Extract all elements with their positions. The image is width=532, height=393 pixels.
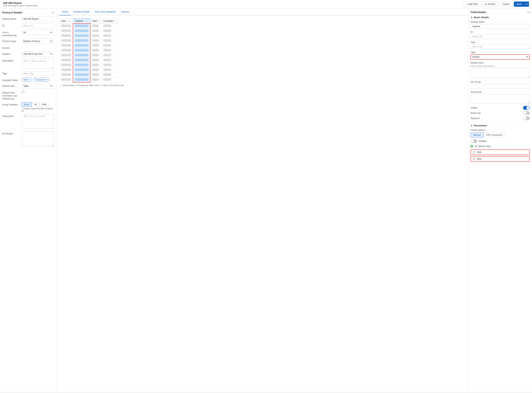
default-view-select[interactable]: Table Transposed [22, 84, 54, 88]
visible-toggle[interactable] [523, 106, 530, 110]
view-tags-container: Table × Transposed × [22, 78, 54, 82]
start-cell [90, 63, 101, 68]
column-header-complete[interactable]: Complete ✏ [101, 19, 117, 24]
rd-default-value-textarea[interactable] [470, 68, 530, 78]
required-toggle[interactable] [523, 116, 530, 120]
ratio-cell-pill [61, 78, 71, 81]
table-row [59, 39, 117, 43]
archive-icon: 🗂 [485, 3, 487, 5]
material-cell [73, 34, 90, 39]
default-view-label: Default View [2, 84, 20, 88]
default-view-overrides-checkbox[interactable] [22, 90, 24, 93]
start-cell-pill [92, 64, 99, 66]
description-group: Description [2, 58, 54, 69]
rd-display-name-input[interactable]: material [470, 24, 530, 29]
tab-flex-view[interactable]: Flex View Designer [93, 8, 119, 15]
protocol-type-select[interactable]: Pipeline Protocol [22, 39, 54, 44]
start-cell [90, 43, 101, 48]
on-render-group: On Render [2, 131, 54, 147]
tabs-bar: Fields Protocol Fields Flex View Designe… [56, 8, 468, 15]
multiple-toggle[interactable] [470, 139, 477, 143]
ratio-cell [59, 34, 73, 39]
start-edit-icon[interactable]: ✏ [98, 20, 100, 22]
pipeline-group: Pipeline 260:280 Purity Test [2, 52, 54, 56]
ratio-cell-pill [61, 39, 71, 42]
parameters-title: Parameters [474, 124, 487, 127]
id-input[interactable] [22, 23, 54, 28]
complete-cell [101, 63, 117, 68]
ratio-col-label: ratio [61, 20, 66, 22]
material-cell-pill [75, 73, 89, 76]
tab-actions[interactable]: Actions [118, 8, 132, 15]
tab-fields[interactable]: Fields [59, 8, 71, 15]
remove-transposed-view-button[interactable]: × [46, 78, 48, 81]
id-group: ID [2, 23, 54, 28]
option-row-rna[interactable]: RNA [470, 156, 530, 162]
tags-group: Tags [2, 71, 54, 76]
collapse-panel-button[interactable]: ◁ [52, 11, 54, 14]
column-header-start[interactable]: Start ✏ [90, 19, 101, 24]
on-render-textarea[interactable] [22, 131, 54, 146]
parameters-toggle[interactable]: ▼ [470, 124, 473, 127]
column-header-ratio[interactable]: ratio ⊹ ✏ [59, 19, 73, 24]
rna-radio[interactable] [473, 158, 475, 160]
column-header-material[interactable]: material ⊹ ✏ [73, 19, 90, 24]
picklist-tab-esp[interactable]: ESP Expression [483, 133, 505, 138]
cancel-button[interactable]: Cancel [500, 1, 512, 7]
pipeline-select[interactable]: 260:280 Purity Test [22, 52, 54, 56]
remove-table-view-button[interactable]: × [29, 78, 30, 81]
complete-cell [101, 24, 117, 29]
start-cell-pill [92, 49, 99, 52]
tab-protocol-fields[interactable]: Protocol Fields [71, 8, 93, 15]
complete-cell-pill [103, 29, 111, 32]
readonly-toggle[interactable] [523, 111, 530, 115]
ratio-drag-icon: ⊹ [66, 20, 68, 22]
description-textarea[interactable] [22, 58, 54, 69]
save-button[interactable]: Save [514, 1, 524, 7]
picklist-options-label: Picklist options [470, 129, 530, 132]
rd-var-group-label: Var Group [470, 81, 530, 83]
group-samples-label: Group Samples [2, 102, 20, 106]
add-field-button[interactable]: + Add Field [464, 1, 480, 7]
expand-panel-button[interactable]: ▷| [527, 11, 530, 14]
start-cell [90, 48, 101, 53]
default-view-overrides-label: Default View Overrides User Preferences [2, 90, 20, 100]
required-toggle-row: Required [470, 116, 530, 120]
dna-radio[interactable] [473, 151, 475, 154]
save-caret-button[interactable]: ▾ [524, 1, 529, 7]
ratio-cell-pill [61, 25, 71, 27]
on-render-label: On Render [2, 131, 20, 135]
picklist-tab-manual[interactable]: Manual [470, 133, 483, 138]
material-cell-pill [75, 44, 89, 47]
rd-tags-input[interactable] [470, 44, 530, 49]
rd-var-group-group: Var Group [470, 81, 530, 89]
rd-instructions-textarea[interactable] [470, 94, 530, 103]
material-cell [73, 68, 90, 73]
group-samples-field-button[interactable]: Field [39, 102, 49, 107]
rd-type-select[interactable]: Picklist Text Number Date [470, 54, 530, 60]
archive-button[interactable]: 🗂 Archive [482, 1, 498, 7]
group-samples-none-button[interactable]: None [22, 102, 32, 107]
material-cell [73, 43, 90, 48]
instructions-textarea[interactable] [22, 114, 54, 129]
complete-cell [101, 48, 117, 53]
right-panel: Field Details ▷| ▼ Basic Details Display… [468, 8, 532, 392]
ratio-edit-icon[interactable]: ✏ [69, 20, 70, 22]
complete-edit-icon[interactable]: ✏ [114, 20, 116, 22]
group-samples-all-button[interactable]: All [32, 102, 39, 107]
use-in-mfg-select[interactable]: No Yes [22, 30, 54, 35]
tags-input[interactable] [22, 71, 54, 76]
use-in-mfg-group: Use in manufacturing No Yes [2, 30, 54, 37]
ratio-cell [59, 63, 73, 68]
basic-details-toggle[interactable]: ▼ [470, 16, 473, 19]
rd-instructions-group: Instructions [470, 91, 530, 104]
display-name-input[interactable]: 260:280 Report [22, 16, 54, 21]
tags-control [22, 71, 54, 76]
material-edit-icon[interactable]: ✏ [86, 20, 88, 22]
rd-id-input[interactable] [470, 34, 530, 39]
option-row-dna[interactable]: DNA [470, 149, 530, 155]
click-hint-text: Click on the field to edit [102, 84, 124, 86]
rd-var-group-input[interactable] [470, 84, 530, 89]
ratio-cell-pill [61, 54, 71, 56]
no-default-radio-icon [470, 145, 473, 147]
